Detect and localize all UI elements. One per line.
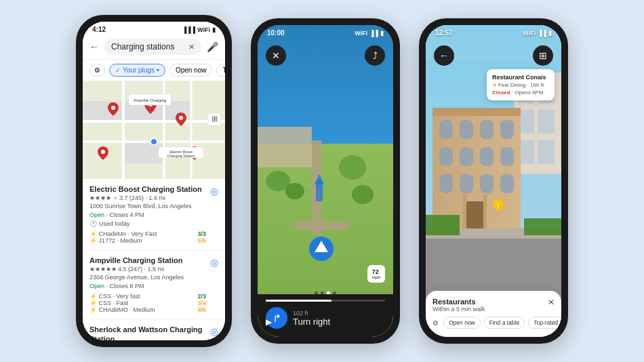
rating-2: 4.5 (247) · 1.8 mi (118, 266, 164, 273)
place-name: Restaurant Conais (492, 74, 549, 81)
svg-point-11 (111, 106, 115, 110)
close-nav-button[interactable]: ✕ (266, 45, 286, 66)
back-icon[interactable]: ← (89, 41, 99, 52)
filter-rated-label: Top rated (222, 66, 225, 74)
battery-icon-3: ▮ (548, 30, 552, 37)
back-button[interactable]: ← (434, 45, 454, 66)
svg-rect-8 (125, 143, 163, 163)
wifi-icon-2: WiFi (355, 30, 367, 37)
nav-icon-2[interactable]: ◎ (210, 257, 218, 268)
panel-filter-open[interactable]: Open now (443, 317, 481, 329)
svg-point-10 (150, 138, 157, 145)
panel-filter-table[interactable]: Find a table (484, 317, 525, 329)
list-item[interactable]: Sherlock and Wattson Charging Station ★★… (83, 319, 225, 340)
svg-rect-39 (538, 110, 555, 134)
panel-filter-toprated[interactable]: Top-rated (528, 317, 561, 329)
filter-plugs-label: Your plugs (123, 66, 155, 74)
wifi-icon: WiFi (197, 26, 210, 33)
connectors-2: ⚡ CSS · Very fast 2/3 ⚡ CSS · Fast 3/4 ⚡… (89, 293, 206, 313)
status-icons-1: ▐▐▐ WiFi ▮ (182, 26, 216, 33)
map-icon: ⊞ (539, 50, 547, 61)
station-name-1: Electric Boost Charging Station (89, 184, 206, 194)
filter-your-plugs[interactable]: ✓ Your plugs ▾ (109, 64, 165, 77)
panel-title-group: Restaurants Within a 5 min walk (432, 298, 485, 313)
svg-rect-53 (460, 174, 473, 193)
filter-open-label: Open now (176, 66, 207, 74)
svg-rect-54 (480, 174, 494, 193)
list-item[interactable]: Electric Boost Charging Station ★★★★★ 3.… (83, 179, 225, 250)
svg-rect-62 (426, 215, 460, 235)
bottom-panel: Restaurants Within a 5 min walk ✕ ⚙ Open… (426, 291, 561, 337)
meta-1: 1000 Sunrise Town Blvd, Los Angeles Open… (89, 202, 206, 228)
phone-1: 4:12 ▐▐▐ WiFi ▮ ← Charging stations ✕ 🎤 (76, 15, 232, 347)
place-type: ★ Fine Dining · 190 ft (492, 82, 549, 88)
clear-icon[interactable]: ✕ (188, 43, 195, 52)
battery-icon-2: ▮ (380, 30, 384, 37)
meta-2: 2304 George Avenue, Los Angeles Open · C… (89, 273, 206, 290)
svg-rect-45 (460, 120, 473, 139)
filter-row: ⚙ ✓ Your plugs ▾ Open now Top rated (83, 60, 225, 81)
svg-rect-25 (295, 222, 349, 230)
filter-open-now[interactable]: Open now (169, 64, 213, 77)
svg-rect-44 (439, 120, 453, 139)
rating-1: 3.7 (245) · 1.6 mi (119, 195, 165, 201)
wifi-icon-3: WiFi (523, 30, 536, 37)
nav-screen: 10:00 WiFi ▐▐ ▮ (258, 25, 393, 337)
svg-point-14 (101, 150, 105, 154)
sv-screen: ! 12:57 WiFi ▐▐ ▮ ← (426, 25, 561, 337)
status-bar-2: 10:00 WiFi ▐▐ ▮ (258, 25, 393, 38)
place-card[interactable]: Restaurant Conais ★ Fine Dining · 190 ft… (487, 69, 555, 100)
svg-point-31 (352, 185, 374, 204)
connectors-1: ⚡ CHadeMo · Very Fast 3/3 ⚡ J1772 · Medi… (89, 230, 206, 244)
svg-rect-43 (432, 108, 521, 116)
search-bar: ← Charging stations ✕ 🎤 (83, 35, 225, 60)
phone-3: ! 12:57 WiFi ▐▐ ▮ ← (419, 18, 568, 344)
time-2: 10:00 (267, 29, 285, 37)
share-icon: ⤴ (373, 50, 378, 61)
filter-top-rated[interactable]: Top rated (216, 64, 225, 77)
svg-rect-55 (500, 174, 514, 193)
list-item[interactable]: Ampville Charging Station ★★★★★ 4.5 (247… (83, 250, 225, 319)
svg-point-29 (285, 183, 304, 199)
map-area[interactable]: Ampville Charging Electric Boost Chargin… (83, 81, 225, 179)
station-name-3: Sherlock and Wattson Charging Station (89, 325, 206, 340)
svg-text:⊞: ⊞ (212, 115, 218, 123)
place-status: Closed · Opens 6PM (492, 89, 549, 96)
charge-info-1: Electric Boost Charging Station ★★★★★ 3.… (89, 184, 206, 244)
svg-rect-50 (480, 147, 494, 166)
time-3: 12:57 (435, 29, 453, 37)
svg-rect-46 (480, 120, 494, 139)
back-icon: ← (439, 50, 449, 61)
svg-rect-48 (439, 147, 453, 166)
svg-rect-23 (258, 127, 312, 167)
map-button[interactable]: ⊞ (533, 45, 553, 66)
mic-icon[interactable]: 🎤 (207, 41, 218, 52)
charging-list: Electric Boost Charging Station ★★★★★ 3.… (83, 179, 225, 340)
panel-subtitle: Within a 5 min walk (432, 306, 485, 313)
svg-rect-41 (538, 140, 555, 164)
phones-container: 4:12 ▐▐▐ WiFi ▮ ← Charging stations ✕ 🎤 (0, 0, 644, 362)
time-1: 4:12 (92, 26, 106, 33)
filter-options-icon[interactable]: ⚙ (89, 64, 105, 77)
svg-rect-49 (460, 147, 473, 166)
svg-rect-51 (500, 147, 514, 166)
panel-close-button[interactable]: ✕ (548, 298, 555, 307)
panel-title: Restaurants (432, 298, 485, 306)
search-input-wrapper[interactable]: Charging stations ✕ (104, 39, 201, 55)
svg-text:Ampville Charging: Ampville Charging (134, 98, 167, 102)
phone-2: 10:00 WiFi ▐▐ ▮ (251, 18, 400, 344)
signal-icon-3: ▐▐ (538, 30, 546, 37)
close-icon: ✕ (272, 50, 280, 61)
signal-icon: ▐▐▐ (182, 26, 195, 33)
share-nav-button[interactable]: ⤴ (365, 45, 385, 66)
status-icons-3: WiFi ▐▐ ▮ (523, 30, 552, 37)
nav-icon-1[interactable]: ◎ (210, 186, 218, 197)
status-bar-1: 4:12 ▐▐▐ WiFi ▮ (83, 22, 225, 35)
signal-icon-2: ▐▐ (369, 30, 378, 37)
status-bar-3: 12:57 WiFi ▐▐ ▮ (426, 25, 561, 38)
nav-icon-3[interactable]: ◎ (210, 326, 218, 337)
svg-rect-63 (524, 218, 561, 235)
status-icons-2: WiFi ▐▐ ▮ (355, 30, 384, 37)
charge-info-3: Sherlock and Wattson Charging Station ★★… (89, 325, 206, 340)
panel-header: Restaurants Within a 5 min walk ✕ (432, 298, 555, 313)
